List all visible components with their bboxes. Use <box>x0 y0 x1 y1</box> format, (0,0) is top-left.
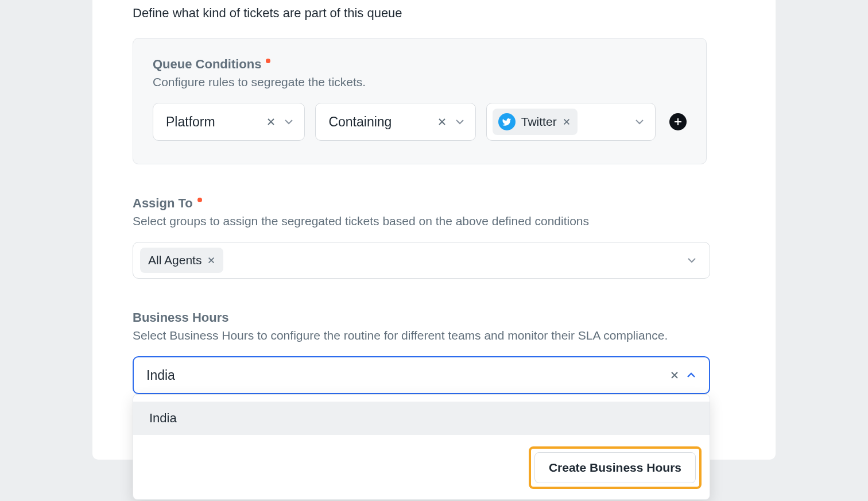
condition-field-value: Platform <box>166 114 258 130</box>
clear-icon[interactable] <box>266 117 276 126</box>
all-agents-chip: All Agents <box>140 248 223 273</box>
chevron-up-icon <box>686 370 696 380</box>
add-condition-button[interactable] <box>669 113 687 130</box>
create-button-highlight: Create Business Hours <box>529 446 702 489</box>
assign-to-help: Select groups to assign the segregated t… <box>133 214 710 228</box>
twitter-chip: Twitter <box>493 109 578 135</box>
twitter-icon <box>498 113 516 130</box>
remove-chip-icon[interactable] <box>207 256 215 264</box>
clear-icon[interactable] <box>670 371 679 380</box>
dropdown-option-india[interactable]: India <box>133 402 710 435</box>
queue-conditions-box: Queue Conditions Configure rules to segr… <box>133 38 707 164</box>
plus-icon <box>673 117 683 126</box>
conditions-row: Platform Containing Twitter <box>153 103 687 141</box>
all-agents-chip-label: All Agents <box>148 253 202 267</box>
business-hours-dropdown: India Create Business Hours <box>133 394 710 500</box>
remove-chip-icon[interactable] <box>563 118 571 126</box>
business-hours-selected: India <box>146 368 175 383</box>
chevron-down-icon <box>634 117 645 127</box>
queue-conditions-help: Configure rules to segregate the tickets… <box>153 75 687 89</box>
queue-conditions-label-row: Queue Conditions <box>153 57 687 72</box>
queue-conditions-label: Queue Conditions <box>153 57 261 72</box>
business-hours-select[interactable]: India <box>133 356 710 394</box>
dropdown-footer: Create Business Hours <box>133 435 710 499</box>
condition-value-select[interactable]: Twitter <box>486 103 656 141</box>
assign-to-select[interactable]: All Agents <box>133 242 710 279</box>
section-description: Define what kind of tickets are part of … <box>133 6 764 21</box>
condition-operator-select[interactable]: Containing <box>315 103 475 141</box>
business-hours-block: Business Hours Select Business Hours to … <box>133 310 710 394</box>
business-hours-help: Select Business Hours to configure the r… <box>133 329 710 342</box>
create-business-hours-button[interactable]: Create Business Hours <box>534 452 696 483</box>
clear-icon[interactable] <box>437 117 447 126</box>
condition-operator-value: Containing <box>328 114 429 130</box>
condition-field-select[interactable]: Platform <box>153 103 305 141</box>
required-indicator <box>197 198 202 202</box>
twitter-chip-label: Twitter <box>521 115 557 129</box>
business-hours-label-row: Business Hours <box>133 310 710 325</box>
business-hours-label: Business Hours <box>133 310 229 325</box>
assign-to-block: Assign To Select groups to assign the se… <box>133 196 710 279</box>
chevron-down-icon <box>284 117 294 127</box>
chevron-down-icon <box>687 255 697 265</box>
assign-to-label: Assign To <box>133 196 193 211</box>
chevron-down-icon <box>455 117 465 127</box>
required-indicator <box>266 59 270 63</box>
assign-to-label-row: Assign To <box>133 196 710 211</box>
queue-config-card: Define what kind of tickets are part of … <box>92 0 776 460</box>
